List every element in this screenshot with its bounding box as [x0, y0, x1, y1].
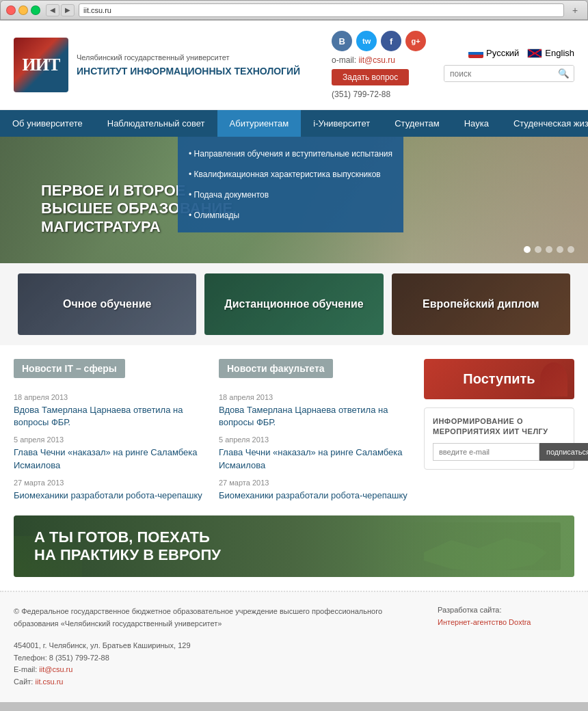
hero-dot-4[interactable] [557, 246, 563, 253]
twitter-icon[interactable]: tw [356, 31, 377, 51]
minimize-button[interactable] [18, 5, 28, 15]
email-signup-box: ИНФОРМИРОВАНИЕ О МЕРОПРИЯТИЯХ ИИТ ЧЕЛГУ … [424, 407, 574, 470]
phone-number: (351) 799-72-88 [332, 90, 390, 99]
lang-en[interactable]: English [527, 48, 574, 58]
back-button[interactable]: ◀ [46, 4, 59, 16]
news-it-date-1: 18 апреля 2013 [14, 393, 205, 401]
footer-dev-label: Разработка сайта: [438, 606, 574, 614]
nav-council[interactable]: Наблюдательный совет [95, 110, 217, 137]
news-it-link-2[interactable]: Глава Чечни «наказал» на ринге Саламбека… [14, 446, 205, 471]
forward-button[interactable]: ▶ [61, 4, 75, 16]
search-button[interactable]: 🔍 [554, 66, 574, 81]
card-distance[interactable]: Дистанционное обучение [204, 273, 383, 335]
news-it-link-3[interactable]: Биомеханики разработали робота-черепашку [14, 489, 205, 502]
card-european[interactable]: Европейский диплом [392, 273, 570, 335]
new-tab-button[interactable]: + [568, 3, 582, 17]
news-it-column: Новости IT – сферы 18 апреля 2013 Вдова … [14, 359, 205, 502]
cards-section: Очное обучение Дистанционное обучение Ев… [0, 263, 588, 345]
hero-dot-2[interactable] [535, 246, 542, 253]
search-input[interactable] [444, 66, 554, 81]
signup-form: подписаться [433, 443, 565, 461]
dropdown-item-1[interactable]: Направления обучения и вступительные исп… [178, 144, 403, 164]
card-fulltime[interactable]: Очное обучение [18, 273, 196, 335]
ask-question-button[interactable]: Задать вопрос [332, 69, 409, 85]
footer: © Федеральное государственное бюджетное … [0, 591, 588, 702]
lang-ru[interactable]: Русский [468, 48, 519, 58]
card-distance-label: Дистанционное обучение [217, 298, 370, 310]
hero-dot-1[interactable] [524, 246, 531, 253]
maximize-button[interactable] [31, 5, 40, 15]
email-signup-input[interactable] [433, 443, 539, 461]
russia-flag-icon [468, 49, 483, 58]
logo-area: ИИТ Челябинский государственный универси… [14, 38, 300, 92]
googleplus-icon[interactable]: g+ [405, 31, 426, 51]
logo[interactable]: ИИТ [14, 38, 68, 92]
news-it-link-1[interactable]: Вдова Тамерлана Царнаева ответила на воп… [14, 404, 205, 429]
bottom-banner[interactable]: А ТЫ ГОТОВ, ПОЕХАТЬ НА ПРАКТИКУ В ЕВРОПУ [14, 515, 574, 577]
card-fulltime-label: Очное обучение [56, 298, 158, 310]
uk-flag-icon [527, 49, 542, 58]
news-fac-link-1[interactable]: Вдова Тамерлана Царнаева ответила на воп… [219, 404, 410, 429]
footer-site-link[interactable]: iit.csu.ru [36, 678, 64, 686]
logo-text: ИИТ [23, 55, 60, 75]
card-european-label: Европейский диплом [416, 298, 546, 310]
main-navigation: Об университете Наблюдательный совет Аби… [0, 110, 588, 137]
close-button[interactable] [6, 5, 16, 15]
news-it-header: Новости IT – сферы [14, 359, 125, 378]
footer-email-link[interactable]: iit@csu.ru [39, 665, 72, 673]
footer-email-line: E-mail: iit@csu.ru [14, 664, 417, 676]
news-fac-date-3: 27 марта 2013 [219, 479, 410, 487]
institute-name: ИНСТИТУТ ИНФОРМАЦИОННЫХ ТЕХНОЛОГИЙ [77, 65, 300, 77]
news-fac-date-1: 18 апреля 2013 [219, 393, 410, 401]
footer-phone: Телефон: 8 (351) 799-72-88 [14, 652, 417, 665]
nav-applicants[interactable]: Абитуриентам [217, 110, 302, 137]
content-area: Новости IT – сферы 18 апреля 2013 Вдова … [0, 345, 588, 515]
sidebar: Поступить ИНФОРМИРОВАНИЕ О МЕРОПРИЯТИЯХ … [424, 359, 574, 502]
applicants-dropdown: Направления обучения и вступительные исп… [178, 137, 403, 232]
hero-dot-5[interactable] [567, 246, 574, 253]
language-switcher: Русский English [468, 48, 574, 58]
news-it-date-3: 27 марта 2013 [14, 479, 205, 487]
dropdown-item-3[interactable]: Подача документов [178, 185, 403, 205]
contact-email: o-mail: iit@csu.ru [332, 55, 395, 65]
news-fac-link-3[interactable]: Биомеханики разработали робота-черепашку [219, 489, 410, 502]
nav-students[interactable]: Студентам [382, 110, 452, 137]
logo-info: Челябинский государственный университет … [77, 53, 300, 77]
footer-address: 454001, г. Челябинск, ул. Братьев Кашири… [14, 640, 417, 652]
news-fac-link-2[interactable]: Глава Чечни «наказал» на ринге Саламбека… [219, 446, 410, 471]
header-middle: В tw f g+ o-mail: iit@csu.ru Задать вопр… [332, 31, 426, 99]
vk-icon[interactable]: В [332, 31, 352, 51]
dropdown-item-4[interactable]: Олимпиады [178, 205, 403, 226]
news-faculty-header: Новости факультета [219, 359, 333, 378]
subscribe-button[interactable]: подписаться [539, 443, 588, 461]
hero-dots [524, 246, 574, 253]
news-fac-date-2: 5 апреля 2013 [219, 435, 410, 444]
social-icons: В tw f g+ [332, 31, 426, 51]
search-box: 🔍 [444, 65, 574, 82]
nav-science[interactable]: Наука [452, 110, 501, 137]
university-name: Челябинский государственный университет [77, 53, 300, 63]
apply-button[interactable]: Поступить [424, 359, 574, 399]
news-faculty-column: Новости факультета 18 апреля 2013 Вдова … [219, 359, 410, 502]
banner-text: А ТЫ ГОТОВ, ПОЕХАТЬ НА ПРАКТИКУ В ЕВРОПУ [34, 528, 221, 565]
facebook-icon[interactable]: f [381, 31, 401, 51]
dropdown-item-2[interactable]: Квалификационная характеристика выпускни… [178, 164, 403, 185]
address-bar[interactable]: iit.csu.ru [79, 3, 564, 17]
signup-title: ИНФОРМИРОВАНИЕ О МЕРОПРИЯТИЯХ ИИТ ЧЕЛГУ [433, 416, 565, 438]
site-header: ИИТ Челябинский государственный универси… [0, 21, 588, 110]
footer-right: Разработка сайта: Интернет-агентство Dox… [438, 606, 574, 688]
footer-dev-link[interactable]: Интернет-агентство Doxtra [438, 618, 531, 626]
footer-site-line: Сайт: iit.csu.ru [14, 676, 417, 688]
nav-iuniversity[interactable]: i-Университет [301, 110, 382, 137]
footer-copyright: © Федеральное государственное бюджетное … [14, 606, 417, 630]
nav-about[interactable]: Об университете [0, 110, 95, 137]
nav-student-life[interactable]: Студенческая жизнь [501, 110, 588, 137]
email-link[interactable]: iit@csu.ru [358, 55, 395, 65]
footer-left: © Федеральное государственное бюджетное … [14, 606, 417, 688]
news-it-date-2: 5 апреля 2013 [14, 435, 205, 444]
header-right: Русский English 🔍 [444, 48, 574, 82]
hero-dot-3[interactable] [546, 246, 552, 253]
